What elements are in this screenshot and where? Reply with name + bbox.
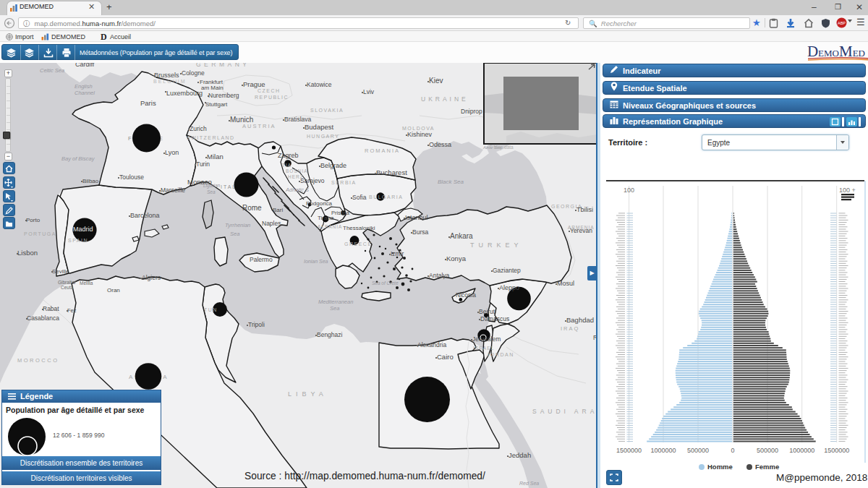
svg-text:Istanbul: Istanbul — [405, 214, 428, 221]
svg-text:Ankara: Ankara — [450, 232, 473, 240]
svg-text:Casablanca: Casablanca — [27, 314, 59, 322]
svg-text:BELGIUM: BELGIUM — [153, 79, 187, 84]
svg-text:Stuttgart: Stuttgart — [205, 101, 228, 108]
svg-text:Rabat: Rabat — [43, 305, 59, 312]
svg-text:Izmir: Izmir — [391, 250, 404, 257]
svg-text:AUSTRIA: AUSTRIA — [242, 123, 276, 129]
svg-text:Sarajevo: Sarajevo — [300, 177, 325, 184]
svg-text:IRAQ: IRAQ — [561, 325, 579, 332]
svg-text:REPUBLIC: REPUBLIC — [255, 95, 289, 100]
svg-text:Cairo: Cairo — [437, 353, 454, 361]
svg-text:Konya: Konya — [446, 254, 467, 262]
svg-text:Budapest: Budapest — [305, 123, 334, 131]
svg-text:Lviv: Lviv — [363, 88, 375, 95]
svg-text:Sea: Sea — [230, 231, 239, 237]
svg-text:Red Sea: Red Sea — [519, 481, 539, 486]
svg-text:GREECE: GREECE — [344, 241, 373, 247]
svg-text:MOLDOVA: MOLDOVA — [402, 126, 435, 131]
svg-text:Jeddah: Jeddah — [509, 451, 531, 459]
svg-text:TUN: TUN — [204, 307, 218, 312]
svg-text:Antalya: Antalya — [429, 272, 450, 279]
svg-text:am Main: am Main — [201, 85, 224, 91]
svg-text:Zurich: Zurich — [190, 125, 207, 132]
svg-text:Marseille: Marseille — [161, 187, 185, 194]
svg-text:ISRAEL: ISRAEL — [473, 346, 494, 351]
svg-text:JORDAN: JORDAN — [487, 352, 514, 357]
svg-text:SWITZERLAND: SWITZERLAND — [187, 135, 235, 140]
svg-text:100 +: 100 + — [839, 187, 856, 194]
svg-text:ABP: ABP — [838, 21, 846, 25]
svg-text:Aleppo: Aleppo — [499, 284, 519, 291]
svg-text:© Map data: © Map data — [489, 145, 514, 150]
svg-text:Tyrrhenian: Tyrrhenian — [225, 222, 250, 228]
svg-text:TIA: TIA — [282, 163, 292, 168]
svg-text:1000000: 1000000 — [789, 447, 814, 454]
svg-text:Naples: Naples — [262, 220, 281, 227]
svg-text:Dniprop: Dniprop — [461, 108, 482, 115]
svg-text:Nuremberg: Nuremberg — [208, 92, 239, 99]
svg-text:Beirut: Beirut — [479, 308, 495, 315]
svg-text:Sea: Sea — [207, 189, 216, 194]
svg-text:Seville: Seville — [52, 268, 69, 275]
svg-text:Tbilisi: Tbilisi — [576, 206, 593, 213]
svg-text:LIBYA: LIBYA — [288, 390, 328, 398]
svg-text:Bucharest: Bucharest — [376, 168, 407, 176]
svg-text:Madrid: Madrid — [73, 226, 93, 233]
svg-text:500000: 500000 — [757, 447, 778, 454]
svg-text:Cardiff: Cardiff — [75, 63, 95, 68]
svg-text:Fez: Fez — [67, 307, 77, 314]
svg-text:Barcelona: Barcelona — [130, 212, 160, 219]
svg-text:Ionian Sea: Ionian Sea — [304, 259, 328, 264]
svg-text:Tripoli: Tripoli — [248, 321, 265, 328]
svg-text:SAUDI ARAB: SAUDI ARAB — [532, 408, 600, 415]
svg-text:HERZ: HERZ — [288, 174, 304, 179]
svg-text:Mosul: Mosul — [557, 280, 574, 287]
svg-text:Podgorica: Podgorica — [306, 200, 333, 207]
svg-text:MOROCCO: MOROCCO — [17, 357, 59, 364]
svg-text:Bay of Biscay: Bay of Biscay — [61, 155, 95, 162]
svg-text:Gaziantep: Gaziantep — [493, 267, 521, 274]
svg-text:Belgrade: Belgrade — [320, 162, 346, 169]
svg-text:Milan: Milan — [207, 153, 224, 160]
svg-text:Palermo: Palermo — [250, 256, 273, 263]
svg-text:SERBIA: SERBIA — [331, 180, 357, 185]
svg-text:Ligurian: Ligurian — [203, 183, 221, 189]
svg-text:SPAIN: SPAIN — [68, 238, 88, 243]
svg-text:1500000: 1500000 — [616, 447, 642, 454]
svg-text:1500000: 1500000 — [824, 447, 849, 454]
svg-text:100: 100 — [624, 187, 634, 194]
svg-text:Bratislava: Bratislava — [284, 116, 312, 123]
svg-text:Sea: Sea — [330, 305, 339, 312]
svg-text:Algiers: Algiers — [142, 274, 161, 281]
svg-text:English: English — [75, 83, 93, 90]
svg-text:SLOVAKIA: SLOVAKIA — [310, 108, 344, 113]
svg-text:Ceuta: Ceuta — [61, 285, 74, 290]
svg-text:Pristina: Pristina — [331, 210, 350, 216]
svg-text:ROMANIA: ROMANIA — [365, 147, 400, 154]
svg-text:Channel: Channel — [75, 90, 95, 96]
svg-text:Brussels: Brussels — [154, 72, 179, 79]
svg-text:Kiev: Kiev — [429, 77, 443, 85]
svg-text:Sofia: Sofia — [352, 194, 367, 201]
svg-text:Melilla: Melilla — [80, 281, 93, 286]
svg-text:Paris: Paris — [140, 99, 156, 107]
svg-text:Rome: Rome — [242, 204, 262, 212]
svg-text:Zagreb: Zagreb — [278, 152, 299, 159]
svg-text:Benghazi: Benghazi — [317, 331, 343, 338]
svg-text:HUNGARY: HUNGARY — [307, 134, 339, 139]
svg-text:Porto: Porto — [26, 217, 41, 223]
svg-text:0: 0 — [731, 447, 734, 454]
svg-text:PORTUGA: PORTUGA — [24, 231, 56, 236]
svg-text:Nicosia: Nicosia — [456, 291, 476, 299]
svg-text:TURKEY: TURKEY — [470, 241, 523, 249]
svg-text:Lisbon: Lisbon — [17, 249, 38, 257]
svg-text:Alexandria: Alexandria — [417, 341, 446, 348]
svg-text:500000: 500000 — [687, 447, 709, 454]
svg-text:Lyon: Lyon — [165, 149, 179, 156]
svg-text:Adriatic S: Adriatic S — [285, 187, 309, 193]
svg-text:Odessa: Odessa — [429, 141, 451, 148]
svg-text:Cologne: Cologne — [182, 69, 205, 77]
svg-text:Bari: Bari — [273, 207, 283, 213]
svg-text:Gibraltar: Gibraltar — [58, 280, 77, 285]
svg-text:Jerusalem: Jerusalem — [472, 335, 501, 343]
